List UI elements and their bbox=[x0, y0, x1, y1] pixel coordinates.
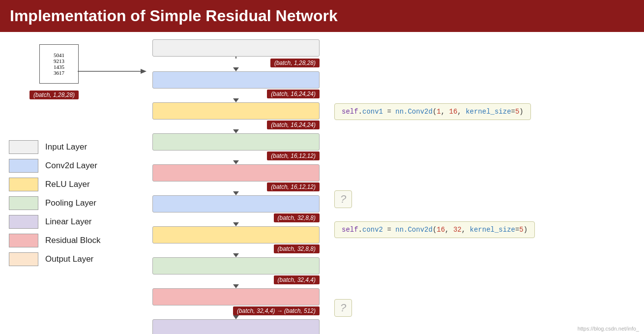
badge-row-6: (batch, 32,8,8) bbox=[152, 213, 320, 222]
layer-relu2 bbox=[152, 226, 320, 243]
shape-s3: (batch, 16,24,24) bbox=[267, 121, 320, 129]
shape-s1: (batch, 1,28,28) bbox=[270, 59, 320, 67]
layer-res2 bbox=[152, 288, 320, 305]
arrow-3 bbox=[145, 129, 327, 133]
legend-label-relu: ReLU Layer bbox=[45, 180, 90, 189]
legend-item-linear: Linear Layer bbox=[9, 215, 100, 229]
arrow-4 bbox=[145, 160, 327, 164]
layer-pool1 bbox=[152, 133, 320, 151]
connector-svg bbox=[78, 64, 146, 79]
layer-group-pool2: (batch, 32,4,4) bbox=[145, 257, 327, 284]
legend-item-relu: ReLU Layer bbox=[9, 178, 100, 191]
badge-row-7: (batch, 32,8,8) bbox=[152, 244, 320, 253]
shape-s9: (batch, 32,4,4) → (batch, 512) bbox=[233, 306, 320, 315]
input-image: 5041 9213 1435 3617 bbox=[39, 44, 79, 84]
shape-s6: (batch, 32,8,8) bbox=[274, 213, 320, 222]
legend-item-input: Input Layer bbox=[9, 140, 100, 154]
badge-row-5: (batch, 16,12,12) bbox=[152, 182, 320, 191]
main-content: 5041 9213 1435 3617 (batch, 1,28,28) Inp… bbox=[0, 32, 644, 334]
shape-s7: (batch, 32,8,8) bbox=[274, 244, 320, 253]
legend-label-pool: Pooling Layer bbox=[45, 198, 96, 208]
arrow-7 bbox=[145, 253, 327, 257]
legend-color-input bbox=[9, 140, 38, 154]
layer-conv2 bbox=[152, 195, 320, 213]
arrow-5 bbox=[145, 191, 327, 195]
code-box-conv2: self.conv2 = nn.Conv2d(16, 32, kernel_si… bbox=[334, 221, 535, 238]
arrow-6 bbox=[145, 222, 327, 226]
qmark-box-1: ? bbox=[334, 190, 352, 208]
shape-s2: (batch, 16,24,24) bbox=[267, 90, 320, 98]
network-diagram: (batch, 1,28,28) (batch, 16,24,24) (batc… bbox=[145, 39, 327, 334]
legend-color-output bbox=[9, 252, 38, 266]
legend-color-conv2d bbox=[9, 159, 38, 173]
page-title: Implementation of Simple Residual Networ… bbox=[0, 0, 644, 32]
legend-label-conv2d: Conv2d Layer bbox=[45, 161, 97, 171]
layer-group-input: (batch, 1,28,28) bbox=[145, 39, 327, 67]
legend-label-linear: Linear Layer bbox=[45, 217, 92, 227]
layer-group-conv2: (batch, 32,8,8) bbox=[145, 195, 327, 222]
legend-color-linear bbox=[9, 215, 38, 229]
layer-group-res1: (batch, 16,12,12) bbox=[145, 164, 327, 191]
legend-color-residual bbox=[9, 234, 38, 247]
shape-s8: (batch, 32,4,4) bbox=[274, 275, 320, 284]
layer-res1 bbox=[152, 164, 320, 182]
qmark-box-2: ? bbox=[334, 299, 352, 317]
layer-group-pool1: (batch, 16,12,12) bbox=[145, 133, 327, 160]
badge-row-3: (batch, 16,24,24) bbox=[152, 121, 320, 129]
arrow-2 bbox=[145, 98, 327, 102]
legend-item-pool: Pooling Layer bbox=[9, 196, 100, 210]
layer-linear bbox=[152, 319, 320, 334]
image-grid: 5041 9213 1435 3617 bbox=[54, 52, 64, 76]
arrow-8 bbox=[145, 284, 327, 288]
input-shape-badge: (batch, 1,28,28) bbox=[29, 90, 79, 99]
code-box-conv1: self.conv1 = nn.Conv2d(1, 16, kernel_siz… bbox=[334, 103, 531, 120]
badge-row-4: (batch, 16,12,12) bbox=[152, 152, 320, 160]
legend-color-pool bbox=[9, 196, 38, 210]
legend-label-input: Input Layer bbox=[45, 142, 87, 152]
badge-row-8: (batch, 32,4,4) bbox=[152, 275, 320, 284]
layer-group-linear bbox=[145, 319, 327, 334]
legend: Input Layer Conv2d Layer ReLU Layer Pool… bbox=[9, 140, 100, 271]
layer-input bbox=[152, 39, 320, 57]
legend-label-output: Output Layer bbox=[45, 254, 93, 264]
shape-s5: (batch, 16,12,12) bbox=[267, 182, 320, 191]
badge-row-9: (batch, 32,4,4) → (batch, 512) bbox=[152, 306, 320, 315]
title-text: Implementation of Simple Residual Networ… bbox=[10, 7, 338, 25]
layer-group-relu1: (batch, 16,24,24) bbox=[145, 102, 327, 129]
arrow-9 bbox=[145, 315, 327, 319]
legend-item-residual: Residual Block bbox=[9, 234, 100, 247]
layer-group-relu2: (batch, 32,8,8) bbox=[145, 226, 327, 253]
layer-group-conv1: (batch, 16,24,24) bbox=[145, 71, 327, 98]
legend-label-residual: Residual Block bbox=[45, 236, 100, 245]
layer-relu1 bbox=[152, 102, 320, 120]
legend-item-conv2d: Conv2d Layer bbox=[9, 159, 100, 173]
badge-row-1: (batch, 1,28,28) bbox=[152, 59, 320, 67]
badge-row-2: (batch, 16,24,24) bbox=[152, 90, 320, 98]
legend-color-relu bbox=[9, 178, 38, 191]
shape-s4: (batch, 16,12,12) bbox=[267, 152, 320, 160]
layer-pool2 bbox=[152, 257, 320, 274]
watermark: https://blog.csdn.net/info_ bbox=[578, 326, 639, 332]
arrow-1 bbox=[145, 67, 327, 71]
legend-item-output: Output Layer bbox=[9, 252, 100, 266]
layer-conv1 bbox=[152, 71, 320, 89]
layer-group-res2: (batch, 32,4,4) → (batch, 512) bbox=[145, 288, 327, 315]
